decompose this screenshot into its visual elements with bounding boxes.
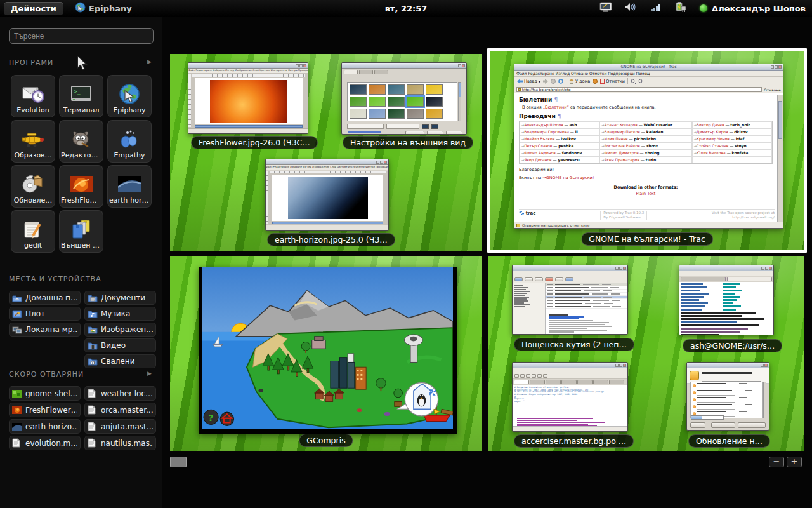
network-signal-icon[interactable] — [650, 3, 662, 15]
app-tile-образов-[interactable]: Образов… — [11, 120, 55, 163]
translator-name-link[interactable]: Филип Андонов — [524, 150, 556, 155]
scrollbar[interactable] — [777, 95, 783, 222]
browser-menubar[interactable]: Файл Редактиране Изглед Отиване Отметки … — [514, 71, 783, 77]
translator-name-link[interactable]: Красимир Чонов — [697, 137, 730, 141]
recent-item[interactable]: nautilus.mas… — [84, 436, 156, 450]
zoom-in-icon[interactable] — [631, 79, 636, 84]
translator-name-link[interactable]: Димитър Киров — [697, 130, 728, 134]
app-tile-epiphany[interactable]: Epiphany — [107, 75, 152, 117]
window-label-terminal[interactable]: ash@GNOME:/usr/s… — [683, 339, 782, 352]
update-row[interactable] — [691, 403, 762, 410]
window-epiphany-trac[interactable]: GNOME на български! - Trac Файл Редактир… — [514, 64, 783, 229]
place-item[interactable]: Локална мр… — [9, 323, 81, 337]
window-label-appearance[interactable]: Настройки на външния вид — [343, 136, 473, 149]
app-tile-gedit[interactable]: gedit — [11, 210, 55, 253]
reload-button[interactable] — [558, 79, 563, 84]
place-item[interactable]: Свалени — [84, 354, 156, 368]
message-row[interactable] — [546, 305, 627, 309]
place-item[interactable]: Видео — [84, 338, 156, 352]
window-appearance-preferences[interactable] — [341, 62, 467, 135]
wallpaper-thumbnail[interactable] — [350, 84, 367, 95]
wallpaper-thumbnail[interactable] — [388, 121, 405, 121]
app-tile-evolution[interactable]: Evolution — [11, 75, 55, 117]
app-tile-външен-в-[interactable]: Външен в… — [59, 210, 103, 253]
colors-dropdown[interactable] — [386, 124, 419, 129]
window-label-earth-horizon[interactable]: earth-horizon.jpg-25.0 (ЧЗ… — [267, 233, 395, 246]
wallpaper-thumbnail[interactable] — [369, 84, 386, 95]
help-button[interactable] — [690, 422, 705, 428]
window-gcompris[interactable]: ? — [199, 267, 457, 434]
color-swatch[interactable] — [422, 124, 429, 129]
window-label-mail[interactable]: Пощенска кутия (2 неп… — [514, 338, 634, 351]
home-button[interactable]: У дома — [569, 79, 590, 84]
remove-button[interactable] — [427, 131, 443, 135]
recent-item[interactable]: evolution.m… — [9, 436, 81, 450]
wallpaper-thumbnail[interactable] — [407, 109, 424, 119]
go-button[interactable]: Отиване — [764, 88, 781, 92]
anchor-pilcrow[interactable]: ¶ — [554, 97, 558, 103]
team-link[interactable]: →GNOME на български! — [542, 175, 594, 180]
url-input[interactable]: http://fsa-bg.org/project/gtp — [516, 87, 762, 92]
restore-button[interactable] — [405, 131, 424, 135]
update-row[interactable] — [691, 389, 762, 396]
user-menu[interactable]: Александър Шопов — [700, 4, 806, 13]
window-label-gcompris[interactable]: GCompris — [299, 434, 353, 447]
app-tile-earth-hori-[interactable]: earth-hori… — [107, 165, 152, 208]
translator-name-link[interactable]: Илия Пенев — [605, 137, 628, 141]
wallpaper-thumbnail[interactable] — [426, 97, 443, 107]
wallpaper-thumbnail[interactable] — [388, 109, 405, 119]
translator-name-link[interactable]: Стойчо Станчев — [697, 144, 728, 148]
gedit-editor[interactable]: # Bulgarian translation of accerciser po… — [513, 385, 627, 426]
translator-name-link[interactable]: Ростислав Райков — [605, 144, 640, 148]
translator-name-link[interactable]: Владимира Гиргинова — [524, 130, 569, 134]
wallpaper-thumbnails-grid[interactable] — [347, 82, 457, 121]
bulletins-link[interactable]: „Бюлетини“ — [543, 105, 569, 110]
window-software-updates[interactable] — [686, 362, 769, 431]
window-evolution-inbox[interactable] — [512, 265, 628, 335]
app-tile-обновле-[interactable]: Обновле… — [11, 165, 55, 208]
workspace-4[interactable]: # Bulgarian translation of accerciser po… — [488, 256, 804, 451]
window-gimp-freshflower[interactable]: Файл Редактиране Избиране Изглед Изображ… — [188, 62, 308, 134]
workspace-indicator[interactable] — [170, 457, 187, 467]
wallpaper-thumbnail[interactable] — [388, 84, 405, 95]
app-menu-indicator[interactable]: Epiphany — [75, 0, 132, 17]
recent-item[interactable]: weather-loc… — [84, 386, 156, 401]
workspace-2-active[interactable]: GNOME на български! - Trac Файл Редактир… — [487, 48, 807, 253]
color-swatch[interactable] — [431, 124, 438, 129]
recent-item[interactable]: gnome-shel… — [9, 386, 81, 401]
translator-name-link[interactable]: Александър Шопов — [524, 123, 563, 127]
wallpaper-thumbnail[interactable] — [426, 109, 443, 119]
wallpaper-thumbnail[interactable] — [350, 121, 367, 121]
wallpaper-thumbnail[interactable] — [407, 84, 424, 95]
forward-button[interactable] — [543, 79, 548, 84]
plain-text-link[interactable]: Plain Text — [519, 191, 773, 196]
display-icon[interactable] — [599, 2, 612, 15]
add-workspace-button[interactable]: + — [787, 457, 802, 467]
bookmarks-button[interactable]: Отметки — [600, 79, 625, 84]
history-button[interactable] — [593, 79, 598, 84]
wallpaper-thumbnail[interactable] — [388, 97, 405, 107]
translator-name-link[interactable]: Атанас Кошаров — [605, 123, 638, 127]
wallpaper-thumbnail[interactable] — [350, 97, 367, 107]
window-label-trac[interactable]: GNOME на български! - Trac — [581, 232, 713, 246]
stop-button[interactable] — [551, 79, 556, 84]
message-list[interactable] — [546, 283, 627, 311]
translator-name-link[interactable]: Владимир Петков — [605, 130, 640, 134]
edgewall-link[interactable]: http://trac.edgewall.org/ — [732, 215, 775, 219]
update-row[interactable] — [691, 396, 762, 403]
wallpaper-thumbnail[interactable] — [369, 109, 386, 119]
wallpaper-thumbnail[interactable] — [426, 84, 443, 95]
place-item[interactable]: Плот — [9, 307, 81, 321]
recent-item[interactable]: anjuta.mast… — [84, 419, 156, 434]
zoom-out-icon[interactable] — [638, 79, 643, 84]
wallpaper-thumbnail[interactable] — [350, 109, 367, 119]
add-button[interactable] — [446, 131, 462, 135]
recent-item[interactable]: orca.master.… — [84, 403, 156, 417]
back-button[interactable]: Назад▼ — [517, 79, 540, 84]
install-updates-button[interactable] — [738, 422, 766, 428]
translator-name-link[interactable]: Ивайло Вълков — [524, 137, 554, 141]
programs-expander-icon[interactable]: ▶ — [147, 58, 152, 65]
window-gimp-earth-horizon[interactable]: Файл Редактиране Избиране Изглед Изображ… — [265, 159, 389, 231]
translator-name-link[interactable]: Виктор Дачев — [697, 123, 724, 127]
wallpaper-thumbnail[interactable] — [407, 97, 424, 107]
